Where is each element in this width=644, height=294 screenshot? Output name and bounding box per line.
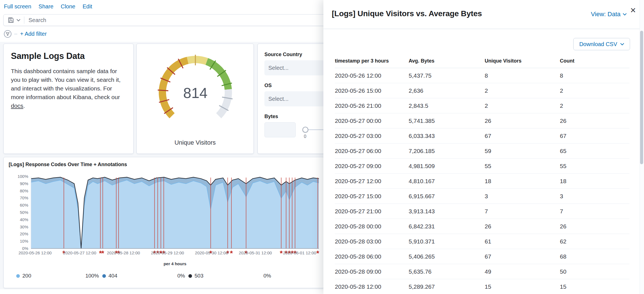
panel-sample-logs-data: Sample Logs Data This dashboard contains… xyxy=(3,44,134,154)
y-axis-label: 90% xyxy=(4,181,28,186)
filters-menu-button[interactable] xyxy=(4,30,11,38)
table-cell: 55 xyxy=(560,163,629,169)
x-axis-label: 2020-05-29 12:00 xyxy=(144,250,191,255)
table-cell: 18 xyxy=(485,178,560,185)
table-cell: 2020-05-27 12:00 xyxy=(335,178,409,185)
x-axis-label: 2020-05-28 12:00 xyxy=(100,250,147,255)
legend-value: 0% xyxy=(177,273,185,279)
nav-link-edit[interactable]: Edit xyxy=(82,3,92,10)
chart-plot-area: ******************* 2020-05-26 12:002020… xyxy=(4,176,324,248)
scrollbar-track[interactable] xyxy=(640,0,644,294)
legend-item-200[interactable]: 200100% xyxy=(16,273,99,279)
table-cell: 2020-05-27 00:00 xyxy=(335,118,409,124)
legend-item-404[interactable]: 4040% xyxy=(102,273,185,279)
nav-link-full-screen[interactable]: Full screen xyxy=(4,3,31,10)
table-cell: 2 xyxy=(560,102,629,109)
markdown-body: This dashboard contains sample data for … xyxy=(11,67,126,110)
table-row: 2020-05-28 12:005,289.2671515 xyxy=(335,279,629,294)
table-cell: 2020-05-27 21:00 xyxy=(335,208,409,215)
legend-label: 404 xyxy=(108,273,117,279)
search-input[interactable]: Search xyxy=(29,17,46,23)
table-cell: 7 xyxy=(485,208,560,215)
table-cell: 5,289.267 xyxy=(409,283,485,290)
table-cell: 2020-05-26 12:00 xyxy=(335,72,409,79)
select-placeholder: Select... xyxy=(268,65,288,71)
download-csv-label: Download CSV xyxy=(579,41,617,47)
gauge-chart: 814 xyxy=(137,46,254,129)
table-cell: 26 xyxy=(560,223,629,230)
table-header-cell: Unique Visitors xyxy=(485,58,560,64)
table-cell: 26 xyxy=(485,118,560,124)
table-cell: 49 xyxy=(485,268,560,275)
table-cell: 5,910.371 xyxy=(409,238,485,245)
table-row: 2020-05-28 00:006,842.2312626 xyxy=(335,219,629,234)
table-cell: 2020-05-28 00:00 xyxy=(335,223,409,230)
table-cell: 62 xyxy=(560,238,629,245)
table-cell: 3 xyxy=(560,193,629,200)
flyout-body: Download CSV timestamp per 3 hoursAvg. B… xyxy=(323,29,644,294)
table-cell: 50 xyxy=(560,268,629,275)
bytes-slider-min-label: 0 xyxy=(304,134,306,139)
table-row: 2020-05-27 15:006,915.66733 xyxy=(335,189,629,204)
scrollbar-thumb[interactable] xyxy=(640,31,643,164)
table-cell: 2020-05-27 15:00 xyxy=(335,193,409,200)
table-row: 2020-05-27 03:006,033.3436767 xyxy=(335,128,629,144)
table-row: 2020-05-27 09:004,981.5095555 xyxy=(335,159,629,174)
table-row: 2020-05-26 15:002,63622 xyxy=(335,83,629,98)
area-chart[interactable]: ******************* xyxy=(31,176,319,258)
table-cell: 3,913.143 xyxy=(409,208,485,215)
table-cell: 3 xyxy=(485,193,560,200)
gauge-value: 814 xyxy=(183,85,208,101)
markdown-title: Sample Logs Data xyxy=(11,51,126,61)
table-cell: 15 xyxy=(560,283,629,290)
download-csv-button[interactable]: Download CSV xyxy=(573,38,630,50)
table-cell: 6,842.231 xyxy=(409,223,485,230)
table-cell: 2020-05-28 09:00 xyxy=(335,268,409,275)
table-cell: 2 xyxy=(485,102,560,109)
table-cell: 5,406.265 xyxy=(409,253,485,260)
table-row: 2020-05-27 21:003,913.14377 xyxy=(335,204,629,219)
table-row: 2020-05-28 06:005,406.2656768 xyxy=(335,249,629,264)
table-cell: 18 xyxy=(560,178,629,185)
save-query-icon xyxy=(8,17,14,23)
bytes-input[interactable] xyxy=(264,122,296,137)
search-separator xyxy=(24,16,24,24)
y-axis-label: 10% xyxy=(4,239,28,243)
y-axis-label: 20% xyxy=(4,231,28,236)
table-header-cell: timestamp per 3 hours xyxy=(335,58,409,64)
table-row: 2020-05-27 06:007,206.1855965 xyxy=(335,144,629,159)
table-cell: 5,635.76 xyxy=(409,268,485,275)
series-200-area xyxy=(31,180,319,248)
table-cell: 2020-05-28 06:00 xyxy=(335,253,409,260)
y-axis-label: 40% xyxy=(4,217,28,222)
legend-value: 100% xyxy=(85,273,99,279)
y-axis-label: 60% xyxy=(4,203,28,207)
table-cell: 2020-05-26 21:00 xyxy=(335,102,409,109)
y-axis-label: 100% xyxy=(4,174,28,179)
add-filter-button[interactable]: + Add filter xyxy=(20,31,47,37)
gauge-segment xyxy=(219,89,228,116)
nav-link-clone[interactable]: Clone xyxy=(61,3,75,10)
legend-dot-404 xyxy=(102,274,106,278)
filter-divider xyxy=(14,34,17,34)
table-cell: 2020-05-28 03:00 xyxy=(335,238,409,245)
markdown-text-end: . xyxy=(23,102,25,109)
panel-unique-visitors-gauge: 814 Unique Visitors xyxy=(136,44,254,154)
table-cell: 6,915.667 xyxy=(409,193,485,200)
table-cell: 2020-05-26 15:00 xyxy=(335,87,409,94)
chart-title: [Logs] Response Codes Over Time + Annota… xyxy=(4,162,324,168)
x-axis-label: 2020-05-27 12:00 xyxy=(56,250,103,255)
docs-link[interactable]: docs xyxy=(11,102,23,109)
nav-link-share[interactable]: Share xyxy=(39,3,53,10)
table-cell: 2 xyxy=(560,87,629,94)
view-selector-dropdown[interactable]: View: Data xyxy=(591,11,627,18)
legend-item-503[interactable]: 5030% xyxy=(188,273,271,279)
bytes-slider-handle[interactable] xyxy=(302,127,308,133)
table-cell: 2,636 xyxy=(409,87,485,94)
table-cell: 26 xyxy=(485,223,560,230)
table-cell: 55 xyxy=(485,163,560,169)
saved-query-menu-button[interactable] xyxy=(4,17,24,23)
table-cell: 59 xyxy=(485,148,560,154)
y-axis-label: 0% xyxy=(4,246,28,251)
chevron-down-icon xyxy=(620,43,624,46)
